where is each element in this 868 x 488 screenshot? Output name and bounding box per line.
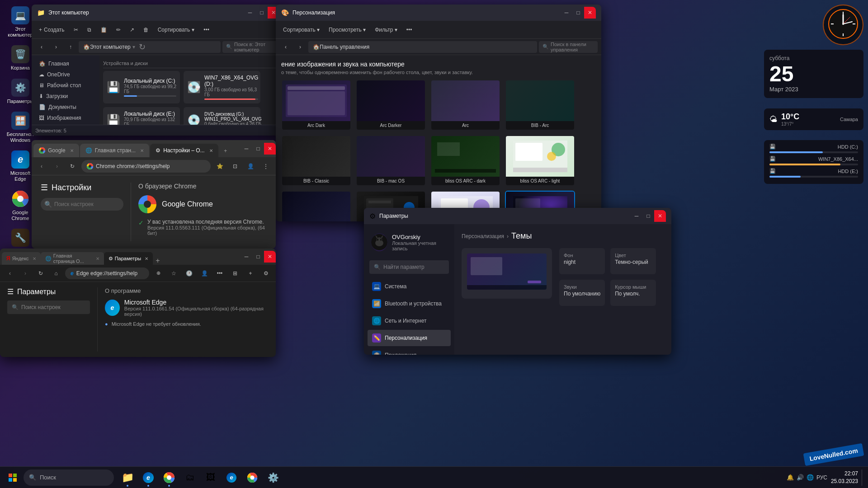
edge-close-button[interactable]: ✕ [264,251,276,263]
network-icon[interactable]: 🌐 [807,474,814,481]
close-tab-main[interactable]: ✕ [140,148,144,153]
start-button[interactable] [4,469,22,487]
themes-search[interactable]: 🔍 Поиск в панели управления [539,41,598,53]
settings-maximize-button[interactable]: □ [642,210,654,222]
edge-tab-settings[interactable]: ⚙ Параметры ✕ [104,252,153,265]
edge-home-button[interactable]: ⌂ [50,267,62,280]
themes-close-button[interactable]: ✕ [584,7,596,19]
language-indicator[interactable]: РУС [816,474,827,481]
taskbar-app-chrome2[interactable] [242,468,262,488]
create-button[interactable]: + Создать [35,25,68,35]
chrome-new-tab-button[interactable]: + [219,145,232,157]
chrome-tab-google[interactable]: Google ✕ [33,144,79,157]
chrome-minimize-button[interactable]: ─ [241,143,252,155]
theme-arc[interactable]: Arc [430,80,500,131]
drive-item-d[interactable]: 💽 WIN7_X86_X64_OVG (D:) 3,00 ГБ свободно… [184,71,260,103]
explorer-maximize-button[interactable]: □ [256,7,268,19]
theme-bliss-arc-night[interactable]: bliss OS ARC - night [281,191,351,221]
edge-maximize-button[interactable]: □ [252,251,264,263]
taskbar-app-chrome[interactable] [159,468,179,488]
theme-arc-darker[interactable]: Arc Darker [356,80,426,131]
paste-button[interactable]: 📋 [97,25,111,35]
volume-icon[interactable]: 🔊 [797,474,804,481]
themes-maximize-button[interactable]: □ [572,7,584,19]
edge-favorites-button[interactable]: ☆ [167,267,180,280]
drive-item-g[interactable]: 💿 DVD-дисковод (G:) WIN11_PRO_VL_X64_OVG… [184,107,260,125]
chrome-back-button[interactable]: ‹ [35,160,48,173]
theme-bliss-arc-dark[interactable]: bliss OS ARC - dark [430,135,500,186]
settings-nav-bluetooth[interactable]: 📶 Bluetooth и устройства [368,296,451,312]
taskbar-app-files[interactable]: 🗂 [180,468,200,488]
themes-more-button[interactable]: ••• [403,25,416,35]
chrome-tab-settings[interactable]: ⚙ Настройки – О... ✕ [150,144,218,157]
close-edge-tab-settings[interactable]: ✕ [145,256,148,261]
sidebar-onedrive[interactable]: ☁ OneDrive [35,70,96,80]
taskbar-app-photos[interactable]: 🖼 [201,468,221,488]
forward-button[interactable]: › [50,41,62,53]
themes-minimize-button[interactable]: ─ [561,7,572,19]
edge-zoom-button[interactable]: + [244,267,257,280]
close-edge-tab-yandex[interactable]: ✕ [33,256,36,261]
edge-tab-home[interactable]: 🌐 Главная страница О... ✕ [41,252,104,265]
chrome-forward-button[interactable]: › [51,160,63,173]
copy-button[interactable]: ⧉ [84,25,95,35]
edge-sidebar-toggle[interactable]: ⊞ [229,267,241,280]
chrome-refresh-button[interactable]: ↻ [66,160,79,173]
themes-back-button[interactable]: ‹ [279,41,292,53]
notification-icon[interactable]: 🔔 [787,474,794,481]
delete-button[interactable]: 🗑 [140,25,152,35]
edge-profile-button[interactable]: 👤 [198,267,211,280]
close-tab-settings[interactable]: ✕ [209,148,213,153]
taskbar-app-explorer[interactable]: 📁 [118,468,137,488]
settings-close-button[interactable]: ✕ [654,210,666,222]
rename-button[interactable]: ✏ [113,25,124,35]
show-desktop-button[interactable] [862,469,864,486]
edge-new-tab-button[interactable]: + [153,257,162,265]
theme-arc-dark[interactable]: Arc Dark [281,80,351,131]
settings-nav-apps[interactable]: 📦 Приложения [368,347,451,355]
themes-address-bar[interactable]: 🏠 Панель управления [308,41,537,53]
chrome-profile-button[interactable]: 👤 [244,160,257,173]
taskbar-search-box[interactable]: 🔍 Поиск [24,469,114,486]
share-button[interactable]: ↗ [126,25,138,35]
chrome-search-input[interactable] [41,198,123,211]
sidebar-images[interactable]: 🖼 Изображения [35,113,96,123]
edge-address-bar[interactable]: e Edge edge://settings/help [65,267,149,279]
edge-copy-button[interactable]: ⊕ [152,267,165,280]
drive-item-c[interactable]: 💾 Локальный диск (C:) 74,5 ГБ свободно и… [103,71,180,103]
close-edge-tab-home[interactable]: ✕ [96,256,99,261]
address-bar[interactable]: 🏠 Этот компьютер ▾ ↻ [79,41,221,53]
explorer-minimize-button[interactable]: ─ [244,7,256,19]
more-button[interactable]: ••• [200,25,213,35]
theme-bib-classic[interactable]: BIB - Classic [281,135,351,186]
sidebar-desktop[interactable]: 🖥 Рабочий стол [35,80,96,90]
chrome-pip-button[interactable]: ⊡ [229,160,241,173]
edge-tab-yandex[interactable]: Я Яндекс ✕ [2,252,41,265]
sidebar-downloads[interactable]: ⬇ Загрузки [35,91,96,101]
cut-button[interactable]: ✂ [70,25,82,35]
drive-item-e[interactable]: 💾 Локальный диск (E:) 70,9 ГБ свободно и… [103,107,180,125]
settings-minimize-button[interactable]: ─ [631,210,642,222]
sort-button[interactable]: Сортировать ▾ [154,25,198,35]
sidebar-documents[interactable]: 📄 Документы [35,102,96,112]
back-button[interactable]: ‹ [35,41,48,53]
themes-filter-button[interactable]: Фильтр ▾ [371,25,401,35]
chrome-bookmark-button[interactable]: ⭐ [213,160,226,173]
close-tab-google[interactable]: ✕ [70,148,74,153]
sidebar-home[interactable]: 🏠 Главная [35,59,96,69]
edge-settings-button[interactable]: ⚙ [259,267,272,280]
theme-bib-arc[interactable]: BIB - Arc [505,80,575,131]
taskbar-app-edge2[interactable]: e [222,468,241,488]
up-button[interactable]: ↑ [64,41,77,53]
edge-minimize-button[interactable]: ─ [241,251,252,263]
themes-view-button[interactable]: Просмотреть ▾ [325,25,369,35]
chrome-maximize-button[interactable]: □ [252,143,264,155]
chrome-tab-main[interactable]: 🌐 Главная стран... ✕ [80,144,149,157]
settings-nav-personalization[interactable]: ✏️ Персонализация [368,330,451,346]
settings-nav-system[interactable]: 💻 Система [368,278,451,295]
chrome-menu-button[interactable]: ⋮ [259,160,272,173]
themes-forward-button[interactable]: › [294,41,307,53]
theme-bib-macos[interactable]: BIB - mac OS [356,135,426,186]
taskbar-app-settings[interactable]: ⚙️ [263,468,283,488]
chrome-close-button[interactable]: ✕ [264,143,276,155]
